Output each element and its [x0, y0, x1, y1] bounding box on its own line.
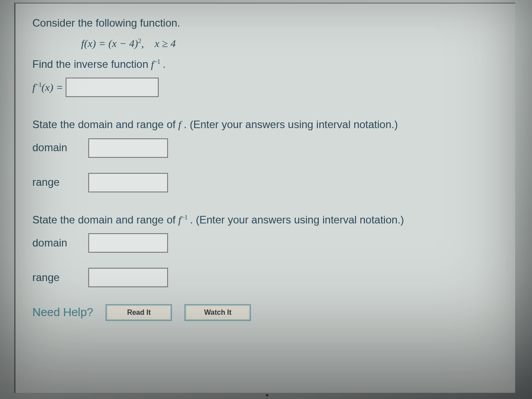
intro: Consider the following function. — [32, 16, 180, 30]
finv-range-row: range — [32, 268, 502, 287]
inverse-label: f−1(x) = — [32, 80, 63, 94]
domain-label: domain — [32, 141, 86, 155]
help-row: Need Help? Read It Watch It — [32, 304, 502, 321]
f-symbol: f — [178, 117, 181, 132]
read-it-button[interactable]: Read It — [106, 304, 172, 321]
finv-range-input[interactable] — [88, 268, 168, 287]
need-help-label: Need Help? — [32, 305, 93, 319]
func-expr: f(x) = (x − 4)2, — [81, 36, 144, 51]
range-label: range — [32, 175, 86, 189]
finv-domain-row: domain — [32, 233, 502, 253]
cursor-dot — [266, 394, 268, 396]
find-inverse-text: Find the inverse function f−1 . — [32, 57, 502, 71]
f-range-row: range — [32, 173, 502, 192]
f-domain-row: domain — [32, 138, 502, 158]
f-inverse-symbol: f−1 — [151, 57, 160, 71]
domain-restriction: x ≥ 4 — [155, 36, 176, 51]
f-domain-input[interactable] — [88, 138, 168, 158]
state-f-text: State the domain and range of f. (Enter … — [32, 117, 502, 132]
intro-text: Consider the following function. — [32, 16, 502, 30]
f-inverse-symbol-2: f−1 — [178, 213, 188, 227]
state-finv-text: State the domain and range of f−1 . (Ent… — [32, 213, 502, 227]
question-card: Consider the following function. f(x) = … — [14, 3, 515, 393]
domain-label-2: domain — [32, 236, 86, 250]
function-definition: f(x) = (x − 4)2, x ≥ 4 — [32, 36, 502, 51]
watch-it-button[interactable]: Watch It — [184, 304, 251, 321]
range-label-2: range — [32, 270, 86, 285]
finv-domain-input[interactable] — [88, 233, 168, 253]
inverse-answer-row: f−1(x) = — [32, 78, 502, 97]
f-range-input[interactable] — [88, 173, 168, 192]
inverse-answer-input[interactable] — [66, 78, 159, 97]
